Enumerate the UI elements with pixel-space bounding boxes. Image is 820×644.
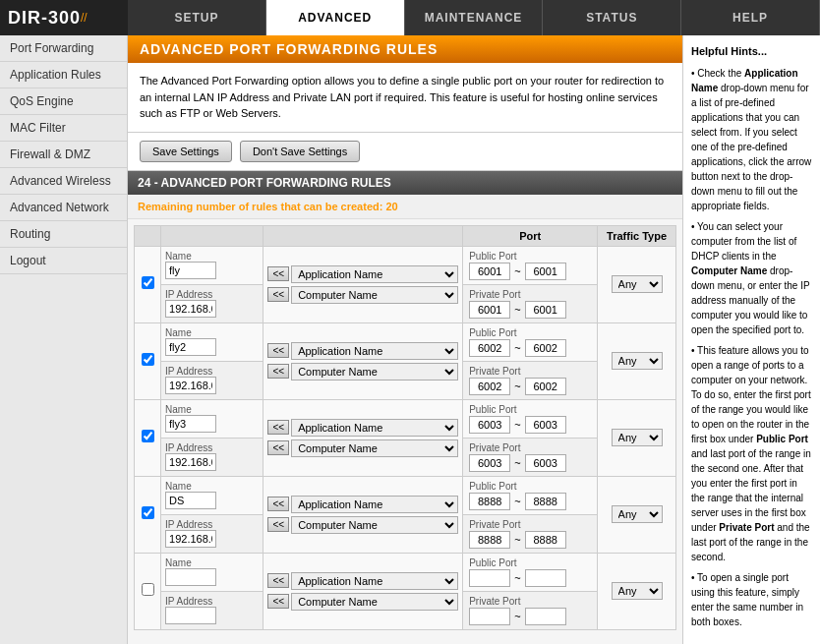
- app-select-2[interactable]: Application Name: [291, 419, 458, 437]
- priv-port-to-4[interactable]: [525, 608, 566, 625]
- traffic-select-0[interactable]: Any: [612, 275, 663, 293]
- priv-port-tilde-1: ~: [512, 381, 522, 392]
- app-select-4[interactable]: Application Name: [291, 572, 458, 590]
- arrow-btn-computer-1[interactable]: <<: [267, 364, 289, 379]
- sidebar-item-routing[interactable]: Routing: [0, 221, 127, 248]
- pub-port-to-1[interactable]: [525, 339, 566, 357]
- rule-public-port-cell-0: Public Port ~: [463, 246, 598, 284]
- arrow-btn-app-0[interactable]: <<: [267, 266, 289, 281]
- sidebar-item-port-forwarding[interactable]: Port Forwarding: [0, 35, 127, 62]
- computer-select-3[interactable]: Computer Name: [291, 516, 458, 534]
- arrow-btn-computer-4[interactable]: <<: [267, 594, 289, 609]
- rule-ip-input-2[interactable]: [165, 453, 216, 471]
- rule-app-cell-2: << Application Name << Computer Name: [264, 399, 463, 476]
- pub-port-to-2[interactable]: [525, 416, 566, 434]
- rule-name-input-3[interactable]: [165, 492, 216, 509]
- nav-tab-status[interactable]: STATUS: [543, 0, 681, 35]
- sidebar-item-advanced-wireless[interactable]: Advanced Wireless: [0, 168, 127, 195]
- app-select-1[interactable]: Application Name: [291, 342, 458, 360]
- rule-ip-input-1[interactable]: [165, 377, 216, 394]
- sidebar-item-mac-filter[interactable]: MAC Filter: [0, 115, 127, 142]
- nav-tab-advanced[interactable]: ADVANCED: [266, 0, 405, 35]
- rule-checkbox-cell-3: [135, 476, 161, 553]
- save-settings-button[interactable]: Save Settings: [140, 141, 232, 162]
- rule-private-port-cell-3: Private Port ~: [463, 514, 598, 553]
- pub-port-tilde-1: ~: [512, 342, 522, 354]
- rule-name-input-1[interactable]: [165, 338, 216, 356]
- arrow-btn-app-2[interactable]: <<: [267, 420, 289, 435]
- priv-port-from-3[interactable]: [469, 531, 510, 549]
- rule-checkbox-1[interactable]: [142, 353, 154, 366]
- arrow-btn-app-3[interactable]: <<: [267, 497, 289, 511]
- rule-name-cell-2: Name: [161, 399, 264, 438]
- app-select-3[interactable]: Application Name: [291, 496, 458, 513]
- arrow-btn-computer-3[interactable]: <<: [267, 517, 289, 532]
- pub-port-from-2[interactable]: [469, 416, 510, 434]
- nav-tab-maintenance[interactable]: MAINTENANCE: [405, 0, 544, 35]
- content-area: ADVANCED PORT FORWARDING RULES The Advan…: [128, 35, 682, 644]
- rule-private-port-cell-1: Private Port ~: [463, 361, 598, 399]
- nav-tab-help[interactable]: HELP: [681, 0, 820, 35]
- nav-tab-setup[interactable]: SETUP: [128, 0, 266, 35]
- pub-port-from-0[interactable]: [469, 263, 510, 280]
- rule-name-input-0[interactable]: [165, 262, 216, 279]
- arrow-btn-app-1[interactable]: <<: [267, 343, 289, 358]
- priv-port-to-3[interactable]: [525, 531, 566, 549]
- help-title: Helpful Hints...: [691, 43, 812, 60]
- rule-name-input-4[interactable]: [165, 568, 216, 586]
- app-select-0[interactable]: Application Name: [291, 265, 458, 283]
- rules-table: Port Traffic Type Name << Application Na…: [134, 225, 676, 630]
- pub-port-to-4[interactable]: [525, 569, 566, 587]
- priv-port-from-2[interactable]: [469, 454, 510, 472]
- remaining-count: 20: [385, 201, 397, 212]
- computer-select-0[interactable]: Computer Name: [291, 286, 458, 304]
- rule-checkbox-cell-0: [135, 246, 161, 322]
- priv-port-to-2[interactable]: [525, 454, 566, 472]
- computer-select-1[interactable]: Computer Name: [291, 363, 458, 381]
- rule-ip-input-0[interactable]: [165, 300, 216, 318]
- rule-name-input-2[interactable]: [165, 415, 216, 433]
- computer-select-4[interactable]: Computer Name: [291, 593, 458, 611]
- rule-ip-input-4[interactable]: [165, 607, 216, 624]
- pub-port-from-1[interactable]: [469, 339, 510, 357]
- sidebar-item-firewall-and-dmz[interactable]: Firewall & DMZ: [0, 142, 127, 168]
- pub-port-from-3[interactable]: [469, 493, 510, 510]
- pub-port-label-2: Public Port: [469, 404, 591, 415]
- rule-checkbox-4[interactable]: [142, 583, 154, 596]
- rule-checkbox-3[interactable]: [142, 506, 154, 519]
- arrow-btn-app-4[interactable]: <<: [267, 573, 289, 588]
- pub-port-from-4[interactable]: [469, 569, 510, 587]
- sidebar-item-qos-engine[interactable]: QoS Engine: [0, 88, 127, 115]
- arrow-btn-computer-2[interactable]: <<: [267, 440, 289, 455]
- traffic-select-1[interactable]: Any: [612, 352, 663, 370]
- priv-port-from-0[interactable]: [469, 301, 510, 319]
- rule-checkbox-cell-2: [135, 399, 161, 476]
- sidebar-item-logout[interactable]: Logout: [0, 248, 127, 274]
- pub-port-tilde-4: ~: [512, 572, 522, 584]
- pub-port-label-1: Public Port: [469, 327, 591, 338]
- dont-save-settings-button[interactable]: Don't Save Settings: [240, 141, 360, 162]
- rule-ip-input-3[interactable]: [165, 530, 216, 548]
- priv-port-to-0[interactable]: [525, 301, 566, 319]
- computer-select-2[interactable]: Computer Name: [291, 439, 458, 457]
- priv-port-tilde-3: ~: [512, 534, 522, 546]
- rule-app-cell-3: << Application Name << Computer Name: [264, 476, 463, 553]
- sidebar-item-advanced-network[interactable]: Advanced Network: [0, 195, 127, 221]
- rule-traffic-cell-1: Any: [598, 322, 676, 399]
- rule-checkbox-2[interactable]: [142, 430, 154, 442]
- traffic-select-3[interactable]: Any: [612, 505, 663, 523]
- ip-label-3: IP Address: [165, 519, 259, 530]
- rule-checkbox-0[interactable]: [142, 276, 154, 289]
- priv-port-from-4[interactable]: [469, 608, 510, 625]
- priv-port-from-1[interactable]: [469, 378, 510, 395]
- pub-port-to-0[interactable]: [525, 263, 566, 280]
- sidebar-item-application-rules[interactable]: Application Rules: [0, 62, 127, 88]
- traffic-select-4[interactable]: Any: [612, 582, 663, 600]
- priv-port-to-1[interactable]: [525, 378, 566, 395]
- col-app: [264, 225, 463, 246]
- help-bullet-0: • Check the Application Name drop-down m…: [691, 66, 812, 213]
- rule-name-row-4: Name << Application Name << Computer Nam…: [135, 553, 676, 591]
- pub-port-to-3[interactable]: [525, 493, 566, 510]
- arrow-btn-computer-0[interactable]: <<: [267, 287, 289, 302]
- traffic-select-2[interactable]: Any: [612, 429, 663, 446]
